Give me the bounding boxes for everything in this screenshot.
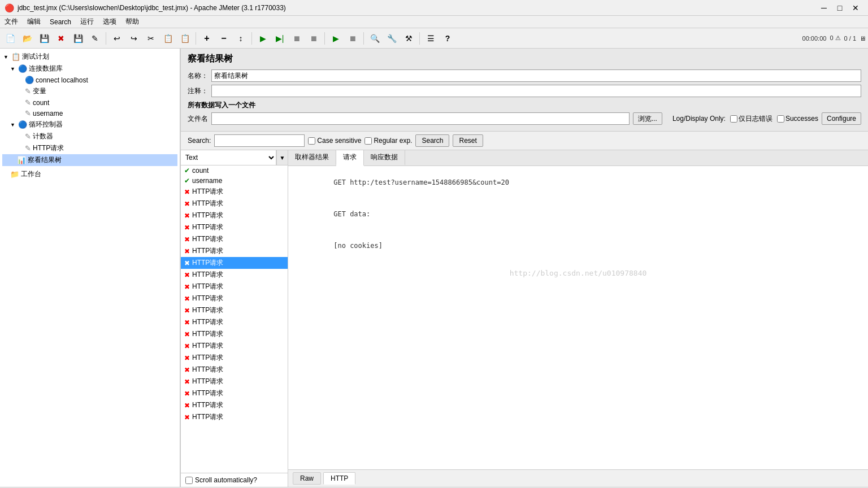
list-item-http5[interactable]: ✖ HTTP请求	[181, 233, 288, 245]
list-item-http11[interactable]: ✖ HTTP请求	[181, 304, 288, 316]
regular-exp-check[interactable]: Regular exp.	[364, 137, 412, 145]
comment-input[interactable]	[211, 85, 861, 97]
tree-node-username[interactable]: ▶ ✎ username	[2, 108, 177, 119]
raw-tab[interactable]: Raw	[293, 472, 321, 485]
reset-button[interactable]: Reset	[453, 134, 483, 147]
tree-node-count[interactable]: ▶ ✎ count	[2, 97, 177, 108]
successes-checkbox[interactable]	[777, 115, 784, 123]
tree-node-connect[interactable]: ▶ 🔵 connect localhost	[2, 75, 177, 85]
regular-exp-checkbox[interactable]	[364, 137, 372, 145]
new-btn[interactable]: 📄	[2, 30, 18, 46]
list-btn[interactable]: ☰	[423, 30, 439, 46]
list-item-http10[interactable]: ✖ HTTP请求	[181, 293, 288, 304]
log-errors-checkbox[interactable]	[730, 115, 737, 123]
move-btn[interactable]: ↕	[233, 30, 249, 46]
expander-count[interactable]: ▶	[18, 100, 22, 106]
search-input[interactable]	[214, 134, 305, 147]
menu-edit[interactable]: 编辑	[23, 16, 45, 28]
dropdown-arrow[interactable]: ▼	[276, 150, 288, 165]
list-item-http14[interactable]: ✖ HTTP请求	[181, 340, 288, 352]
scroll-auto-checkbox[interactable]	[185, 477, 193, 484]
configure-button[interactable]: Configure	[822, 112, 861, 125]
save2-btn[interactable]: 💾	[70, 30, 86, 46]
successes-check[interactable]: Successes	[777, 115, 818, 123]
menu-run[interactable]: 运行	[76, 16, 98, 28]
menu-options[interactable]: 选项	[98, 16, 121, 28]
help-btn[interactable]: ?	[440, 30, 455, 46]
expander-http[interactable]: ▶	[18, 146, 22, 151]
tree-node-var[interactable]: ▶ ✎ 变量	[2, 85, 177, 97]
undo-btn[interactable]: ↩	[109, 30, 125, 46]
minimize-button[interactable]: ─	[816, 2, 832, 14]
list-item-http16[interactable]: ✖ HTTP请求	[181, 364, 288, 376]
tree-node-loop[interactable]: ▼ 🔵 循环控制器	[2, 119, 177, 130]
list-item-http3[interactable]: ✖ HTTP请求	[181, 210, 288, 221]
stop-btn[interactable]: ⏹	[289, 30, 305, 46]
browse-button[interactable]: 浏览...	[633, 112, 662, 125]
expander-username[interactable]: ▶	[18, 111, 22, 116]
tree-node-plan[interactable]: ▼ 📋 测试计划	[2, 51, 177, 63]
expander-dbconfig[interactable]: ▼	[10, 66, 15, 72]
remote-stop-btn[interactable]: ⏹	[345, 30, 361, 46]
list-item-http17[interactable]: ✖ HTTP请求	[181, 376, 288, 387]
menu-search[interactable]: Search	[45, 17, 76, 27]
paste-btn[interactable]: 📋	[177, 30, 193, 46]
search-button[interactable]: Search	[415, 134, 449, 147]
expander-var[interactable]: ▶	[18, 89, 22, 94]
list-item-http4[interactable]: ✖ HTTP请求	[181, 221, 288, 233]
list-item-http19[interactable]: ✖ HTTP请求	[181, 399, 288, 411]
menu-help[interactable]: 帮助	[121, 16, 144, 28]
log-errors-check[interactable]: 仅日志错误	[730, 114, 772, 124]
save-btn[interactable]: 💾	[36, 30, 52, 46]
list-item-http9[interactable]: ✖ HTTP请求	[181, 281, 288, 293]
search-btn[interactable]: 🔍	[367, 30, 383, 46]
list-item-username[interactable]: ✔ username	[181, 176, 288, 186]
shutdown-btn[interactable]: ⏹	[306, 30, 322, 46]
list-item-http8[interactable]: ✖ HTTP请求	[181, 269, 288, 281]
tab-response-data[interactable]: 响应数据	[364, 150, 405, 165]
play-no-pause-btn[interactable]: ▶|	[272, 30, 288, 46]
edit-btn[interactable]: ✎	[87, 30, 103, 46]
list-item-http1[interactable]: ✖ HTTP请求	[181, 186, 288, 198]
expander-workspace[interactable]: ▶	[3, 172, 7, 177]
open-btn[interactable]: 📂	[19, 30, 35, 46]
tab-request[interactable]: 请求	[336, 150, 364, 166]
case-sensitive-check[interactable]: Case sensitive	[308, 137, 361, 145]
list-item-http6[interactable]: ✖ HTTP请求	[181, 245, 288, 257]
maximize-button[interactable]: □	[832, 2, 848, 14]
remove-btn[interactable]: −	[216, 30, 232, 46]
expander-plan[interactable]: ▼	[3, 54, 8, 60]
expander-loop[interactable]: ▼	[10, 122, 15, 128]
list-item-http2[interactable]: ✖ HTTP请求	[181, 198, 288, 210]
tree-node-workspace[interactable]: ▶ 📁 工作台	[2, 168, 177, 180]
expander-result-tree[interactable]: ▶	[10, 158, 14, 163]
http-tab[interactable]: HTTP	[323, 472, 355, 485]
case-sensitive-checkbox[interactable]	[308, 137, 315, 145]
list-item-http7-selected[interactable]: ✖ HTTP请求	[181, 257, 288, 269]
menu-file[interactable]: 文件	[0, 16, 23, 28]
test-btn[interactable]: ⚒	[401, 30, 416, 46]
tree-node-dbconfig[interactable]: ▼ 🔵 连接数据库	[2, 63, 177, 75]
filename-input[interactable]	[211, 112, 630, 125]
list-item-http13[interactable]: ✖ HTTP请求	[181, 328, 288, 340]
tree-node-http[interactable]: ▶ ✎ HTTP请求	[2, 142, 177, 154]
tab-sampler-result[interactable]: 取样器结果	[288, 150, 336, 165]
tree-node-counter[interactable]: ▶ ✎ 计数器	[2, 130, 177, 142]
list-item-http15[interactable]: ✖ HTTP请求	[181, 352, 288, 364]
close-btn[interactable]: ✖	[53, 30, 69, 46]
tool-btn[interactable]: 🔧	[384, 30, 400, 46]
redo-btn[interactable]: ↪	[126, 30, 142, 46]
name-input[interactable]	[211, 69, 861, 82]
cut-btn[interactable]: ✂	[143, 30, 159, 46]
list-item-http18[interactable]: ✖ HTTP请求	[181, 387, 288, 399]
expander-counter[interactable]: ▶	[18, 134, 22, 140]
add-btn[interactable]: +	[199, 30, 215, 46]
close-button[interactable]: ✕	[848, 2, 863, 14]
list-item-count[interactable]: ✔ count	[181, 165, 288, 176]
tree-node-result-tree[interactable]: ▶ 📊 察看结果树	[2, 154, 177, 166]
list-item-http12[interactable]: ✖ HTTP请求	[181, 316, 288, 328]
copy-btn[interactable]: 📋	[160, 30, 176, 46]
list-item-http20[interactable]: ✖ HTTP请求	[181, 411, 288, 423]
play-btn[interactable]: ▶	[255, 30, 271, 46]
list-dropdown[interactable]: Text	[181, 150, 276, 165]
